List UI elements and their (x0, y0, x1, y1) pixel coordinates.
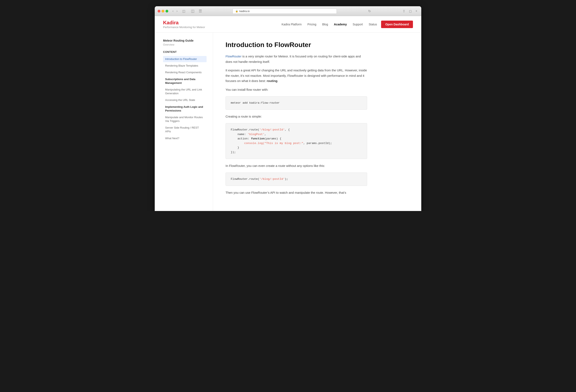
open-dashboard-button[interactable]: Open Dashboard (381, 21, 413, 28)
browser-action-buttons: ⇧ ◻ + (402, 9, 418, 14)
layers-icon[interactable]: ◫ (190, 8, 196, 14)
para3: You can install flow router with: (226, 87, 367, 92)
sidebar-item-auth-logic[interactable]: Implementing Auth Logic and Permissions (163, 104, 206, 114)
new-tab-button[interactable]: + (414, 9, 418, 14)
window-controls (158, 10, 168, 12)
share-button[interactable]: ⇧ (402, 9, 406, 14)
minimize-button[interactable] (162, 10, 164, 12)
para2: It exposes a great API for changing the … (226, 68, 367, 84)
browser-toolbar: ‹ › ◫ ◫ ☰ 🔒 kadira.io ↻ ⇧ ◻ + (155, 6, 421, 16)
nav-blog[interactable]: Blog (322, 23, 328, 26)
url-text: kadira.io (239, 10, 250, 13)
back-button[interactable]: ‹ (171, 9, 175, 13)
para2-end: . (277, 79, 278, 83)
flowrouter-link[interactable]: FlowRouter (226, 54, 242, 58)
code-block-install: meteor add kadira:flow-router (226, 96, 367, 110)
sidebar-item-rendering-react[interactable]: Rendering React Components (163, 69, 206, 76)
nav-buttons: ‹ › (171, 9, 179, 13)
main-layout: Meteor Routing Guide Overview CONTENT In… (155, 33, 421, 211)
address-bar[interactable]: 🔒 kadira.io (233, 8, 337, 14)
para2-text: It exposes a great API for changing the … (226, 68, 367, 83)
code-line-4: console.log("This is my blog post:", par… (231, 141, 362, 146)
sidebar: Meteor Routing Guide Overview CONTENT In… (155, 33, 213, 211)
intro-paragraph: FlowRouter is a very simple router for M… (226, 54, 367, 64)
list-item: Server Side Routing / REST APIs (163, 125, 206, 135)
list-item: Rendering React Components (163, 69, 206, 76)
code-line-5: } (231, 145, 362, 150)
browser-window: ‹ › ◫ ◫ ☰ 🔒 kadira.io ↻ ⇧ ◻ + Kadira Per… (155, 6, 421, 211)
para4: Creating a route is simple: (226, 114, 367, 119)
menu-icon[interactable]: ☰ (198, 8, 203, 14)
sidebar-section-label: CONTENT (163, 50, 206, 53)
sidebar-item-intro-flowrouter[interactable]: Introduction to FlowRouter (163, 56, 206, 62)
article-content: Introduction to FlowRouter FlowRouter is… (213, 33, 380, 211)
list-item: Rendering Blaze Templates (163, 63, 206, 69)
forward-button[interactable]: › (175, 9, 179, 13)
logo-tagline: Performance Monitoring for Meteor (163, 26, 205, 29)
list-item: Manipulating the URL and Link Generation (163, 87, 206, 97)
nav-kadira-platform[interactable]: Kadira Platform (282, 23, 302, 26)
para5: In FlowRouter, you can even create a rou… (226, 163, 367, 169)
sidebar-item-what-next[interactable]: What Next? (163, 135, 206, 141)
list-item: Subscriptions and Data Management (163, 76, 206, 86)
intro-text-1: is a very simple router for Meteor. It i… (226, 54, 361, 63)
list-item: Manipulate and Monitor Routes Via Trigge… (163, 114, 206, 124)
code-install: meteor add kadira:flow-router (231, 101, 280, 105)
sidebar-item-url-manipulation[interactable]: Manipulating the URL and Link Generation (163, 87, 206, 97)
close-button[interactable] (158, 10, 160, 12)
maximize-button[interactable] (166, 10, 168, 12)
sidebar-item-monitor-routes[interactable]: Manipulate and Monitor Routes Via Trigge… (163, 114, 206, 124)
fullscreen-button[interactable]: ◻ (408, 9, 413, 14)
nav-status[interactable]: Status (369, 23, 377, 26)
sidebar-guide-subtitle: Overview (163, 43, 206, 46)
code-line-3: action: function(params) { (231, 136, 362, 141)
logo-name: Kadira (163, 20, 205, 26)
sidebar-item-subscriptions[interactable]: Subscriptions and Data Management (163, 76, 206, 86)
list-item: Implementing Auth Logic and Permissions (163, 104, 206, 114)
list-item: Accessing the URL State (163, 97, 206, 103)
reload-button[interactable]: ↻ (367, 9, 372, 14)
logo-area: Kadira Performance Monitoring for Meteor (163, 20, 205, 29)
sidebar-guide-title: Meteor Routing Guide (163, 39, 206, 42)
sidebar-item-rendering-blaze[interactable]: Rendering Blaze Templates (163, 63, 206, 69)
tab-button[interactable]: ◫ (181, 9, 187, 14)
nav-pricing[interactable]: Pricing (307, 23, 316, 26)
top-navigation: Kadira Performance Monitoring for Meteor… (155, 16, 421, 33)
sidebar-item-server-side[interactable]: Server Side Routing / REST APIs (163, 125, 206, 135)
code-block-simple-route: FlowRouter.route('/blog/:postId'); (226, 173, 367, 186)
page-title: Introduction to FlowRouter (226, 41, 367, 49)
list-item: Introduction to FlowRouter (163, 56, 206, 62)
sidebar-nav: Introduction to FlowRouter Rendering Bla… (163, 56, 206, 141)
para6: Then you can use FlowRouter’s API to wat… (226, 190, 367, 195)
nav-academy[interactable]: Academy (334, 23, 347, 26)
routing-bold: routing (267, 79, 278, 83)
nav-support[interactable]: Support (352, 23, 363, 26)
lock-icon: 🔒 (235, 10, 238, 12)
code-block-route: FlowRouter.route('/blog/:postId', { name… (226, 123, 367, 159)
nav-links: Kadira Platform Pricing Blog Academy Sup… (282, 23, 377, 26)
sidebar-item-url-state[interactable]: Accessing the URL State (163, 97, 206, 103)
list-item: What Next? (163, 135, 206, 141)
page-content: Kadira Performance Monitoring for Meteor… (155, 16, 421, 211)
code-line-1: FlowRouter.route('/blog/:postId', { (231, 128, 362, 132)
code-line-6: }); (231, 150, 362, 155)
code-line-2: name: 'blogPost', (231, 132, 362, 137)
